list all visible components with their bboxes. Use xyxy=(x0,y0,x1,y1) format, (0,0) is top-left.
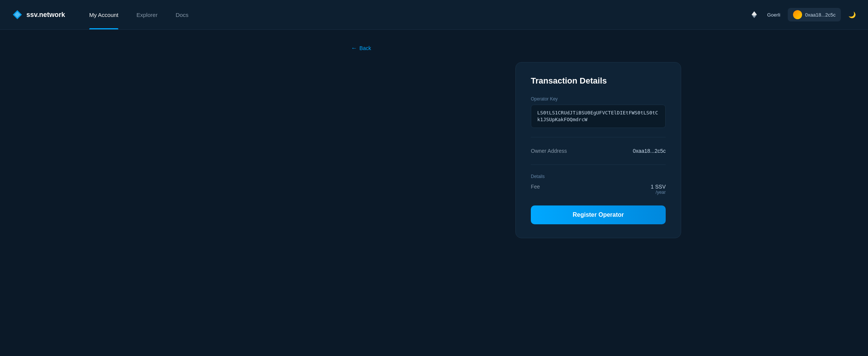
fee-period: /year xyxy=(651,190,666,195)
register-operator-button[interactable]: Register Operator xyxy=(531,205,666,224)
wallet-avatar xyxy=(793,10,802,19)
transaction-card: Transaction Details Operator Key LS0tLS1… xyxy=(515,62,681,238)
owner-address-label: Owner Address xyxy=(531,148,567,154)
nav-links: My Account Explorer Docs xyxy=(80,0,198,29)
fee-row: Fee 1 SSV /year xyxy=(531,184,666,195)
operator-key-value: LS0tLS1CRUdJTiBSU0EgUFVCTElDIEtFWS0tLS0t… xyxy=(531,105,666,128)
details-section-label: Details xyxy=(531,174,666,179)
back-arrow: ← xyxy=(351,45,357,52)
network-name: Goerli xyxy=(767,12,780,18)
card-container: ← Back Transaction Details Operator Key … xyxy=(23,45,845,238)
eth-icon xyxy=(749,9,760,20)
owner-address-row: Owner Address 0xaa18...2c5c xyxy=(531,146,666,155)
divider-2 xyxy=(531,164,666,165)
fee-amount: 1 SSV xyxy=(651,184,666,190)
logo-icon xyxy=(12,9,23,20)
wallet-address: 0xaa18...2c5c xyxy=(805,12,836,18)
divider-1 xyxy=(531,137,666,137)
operator-key-label: Operator Key xyxy=(531,96,666,102)
fee-value-block: 1 SSV /year xyxy=(651,184,666,195)
nav-right: Goerli 0xaa18...2c5c 🌙 xyxy=(749,8,856,21)
theme-icon: 🌙 xyxy=(848,11,856,18)
card-title: Transaction Details xyxy=(531,76,666,86)
fee-label: Fee xyxy=(531,184,540,190)
wallet-badge[interactable]: 0xaa18...2c5c xyxy=(788,8,841,21)
back-label: Back xyxy=(359,45,371,51)
main-content: ← Back Transaction Details Operator Key … xyxy=(0,30,868,253)
nav-docs[interactable]: Docs xyxy=(167,0,197,29)
back-link[interactable]: ← Back xyxy=(351,45,371,52)
nav-explorer[interactable]: Explorer xyxy=(127,0,167,29)
nav-my-account[interactable]: My Account xyxy=(80,0,128,29)
logo[interactable]: ssv.network xyxy=(12,9,65,20)
theme-toggle[interactable]: 🌙 xyxy=(848,11,856,18)
navbar: ssv.network My Account Explorer Docs Goe… xyxy=(0,0,868,30)
logo-text: ssv.network xyxy=(26,11,65,19)
owner-address-value: 0xaa18...2c5c xyxy=(633,148,666,154)
